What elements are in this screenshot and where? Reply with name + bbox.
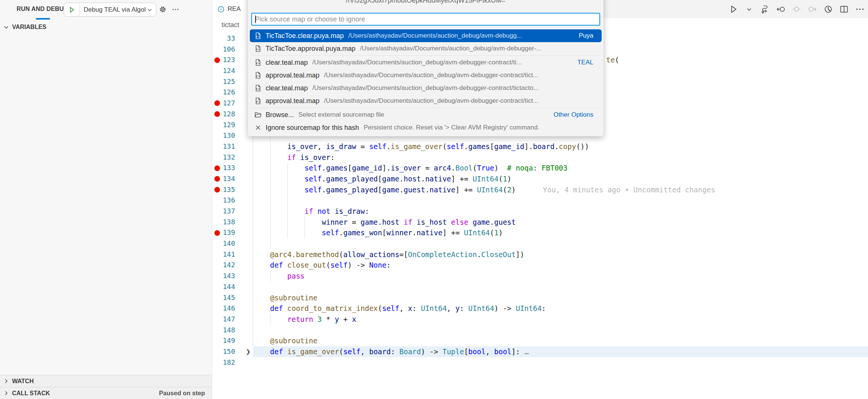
code-line-text[interactable]: @arc4.baremethod(allow_actions=[OnComple…: [253, 249, 868, 260]
code-line[interactable]: 182: [212, 357, 868, 368]
line-gutter[interactable]: 128: [212, 109, 253, 120]
code-line[interactable]: 144: [212, 282, 868, 292]
breakpoint-icon[interactable]: [214, 187, 220, 192]
line-gutter[interactable]: 148: [212, 325, 253, 336]
line-gutter[interactable]: 127: [212, 98, 253, 109]
variables-section-header[interactable]: VARIABLES: [0, 21, 212, 33]
quick-pick-item[interactable]: clear.teal.map/Users/asthayadav/Document…: [250, 82, 602, 94]
quick-pick-item[interactable]: TicTacToe.clear.puya.map/Users/asthayada…: [250, 29, 602, 42]
code-line-text[interactable]: return 3 * y + x: [253, 314, 868, 325]
code-line[interactable]: 145 @subroutine: [212, 292, 868, 303]
code-line[interactable]: 134 self.games_played[game.host.native] …: [212, 174, 868, 184]
code-line[interactable]: 139 self.games_won[winner.native] += UIn…: [212, 227, 868, 238]
breakpoint-icon[interactable]: [214, 230, 220, 236]
quick-pick-item[interactable]: Browse...Select external sourcemap fileO…: [250, 108, 602, 121]
line-gutter[interactable]: 150❯: [212, 346, 253, 357]
gear-icon[interactable]: [159, 5, 167, 14]
line-gutter[interactable]: 146: [212, 303, 253, 314]
line-gutter[interactable]: 134: [212, 174, 253, 184]
code-line-text[interactable]: @subroutine: [253, 335, 868, 346]
code-line-text[interactable]: def is_game_over(self, board: Board) -> …: [253, 346, 868, 357]
line-gutter[interactable]: 140: [212, 238, 253, 249]
quick-pick-item[interactable]: Ignore sourcemap for this hashPersistent…: [250, 121, 602, 134]
breakpoint-icon[interactable]: [214, 57, 220, 63]
quick-pick-item-badge[interactable]: Other Options: [549, 111, 597, 119]
code-line[interactable]: 133 self.games[game_id].is_over = arc4.B…: [212, 163, 868, 174]
code-line[interactable]: 138 winner = game.host if is_host else g…: [212, 217, 868, 228]
quick-pick-input[interactable]: [251, 13, 600, 26]
code-line-text[interactable]: [253, 282, 868, 292]
line-gutter[interactable]: 144: [212, 282, 253, 292]
line-gutter[interactable]: 138: [212, 217, 253, 228]
line-gutter[interactable]: 130: [212, 130, 253, 141]
fold-chevron-icon[interactable]: ❯: [246, 346, 251, 357]
code-line-text[interactable]: [253, 357, 868, 368]
split-editor-icon[interactable]: [839, 4, 849, 14]
call-stack-section-header[interactable]: CALL STACK Paused on step: [0, 387, 212, 399]
code-line-text[interactable]: self.games_played[game.host.native] += U…: [253, 174, 868, 184]
quick-pick-item[interactable]: clear.teal.map/Users/asthayadav/Document…: [250, 56, 602, 69]
quick-pick-item[interactable]: approval.teal.map/Users/asthayadav/Docum…: [250, 94, 602, 107]
line-gutter[interactable]: 106: [212, 44, 253, 55]
code-line-text[interactable]: is_over, is_draw = self.is_game_over(sel…: [253, 141, 868, 152]
code-line[interactable]: 132 if is_over:: [212, 152, 868, 163]
code-line[interactable]: 131 is_over, is_draw = self.is_game_over…: [212, 141, 868, 152]
code-line[interactable]: 141 @arc4.baremethod(allow_actions=[OnCo…: [212, 249, 868, 260]
watch-section-header[interactable]: WATCH: [0, 375, 212, 387]
code-line-text[interactable]: winner = game.host if is_host else game.…: [253, 217, 868, 228]
code-line-text[interactable]: [253, 325, 868, 336]
breakpoint-icon[interactable]: [214, 165, 220, 171]
code-line[interactable]: 142 def close_out(self) -> None:: [212, 260, 868, 271]
line-gutter[interactable]: 139: [212, 227, 253, 238]
code-line[interactable]: 146 def coord_to_matrix_index(self, x: U…: [212, 303, 868, 314]
line-gutter[interactable]: 129: [212, 120, 253, 131]
line-gutter[interactable]: 141: [212, 249, 253, 260]
line-gutter[interactable]: 131: [212, 141, 253, 152]
code-line[interactable]: 147 return 3 * y + x: [212, 314, 868, 325]
quick-pick-item-badge[interactable]: TEAL: [573, 59, 597, 66]
code-line-text[interactable]: self.games_won[winner.native] += UInt64(…: [253, 227, 868, 238]
code-line-text[interactable]: if not is_draw:: [253, 206, 868, 217]
quick-pick-item[interactable]: approval.teal.map/Users/asthayadav/Docum…: [250, 69, 602, 82]
more-actions-icon[interactable]: [855, 4, 865, 14]
line-gutter[interactable]: 136: [212, 195, 253, 206]
line-gutter[interactable]: 137: [212, 206, 253, 217]
code-line-text[interactable]: def coord_to_matrix_index(self, x: UInt6…: [253, 303, 868, 314]
code-line[interactable]: 137 if not is_draw:: [212, 206, 868, 217]
line-gutter[interactable]: 182: [212, 357, 253, 368]
line-gutter[interactable]: 33: [212, 33, 253, 44]
reverse-continue-icon[interactable]: [776, 4, 786, 14]
play-icon[interactable]: [728, 4, 738, 14]
quick-pick-item[interactable]: TicTacToe.approval.puya.map/Users/asthay…: [250, 42, 602, 55]
code-line-text[interactable]: self.games[game_id].is_over = arc4.Bool(…: [253, 163, 868, 174]
debug-start-icon[interactable]: [64, 3, 79, 16]
line-gutter[interactable]: 145: [212, 292, 253, 303]
breadcrumb-item[interactable]: tictact: [222, 21, 239, 29]
run-graph-icon[interactable]: [823, 4, 833, 14]
line-gutter[interactable]: 135: [212, 184, 253, 195]
line-gutter[interactable]: 123: [212, 55, 253, 65]
code-line[interactable]: 149 @subroutine: [212, 335, 868, 346]
code-line[interactable]: 150❯ def is_game_over(self, board: Board…: [212, 346, 868, 357]
breakpoint-icon[interactable]: [214, 111, 220, 117]
code-line[interactable]: 140: [212, 238, 868, 249]
code-line-text[interactable]: [253, 195, 868, 206]
breakpoint-icon[interactable]: [214, 176, 220, 182]
line-gutter[interactable]: 124: [212, 65, 253, 76]
code-line-text[interactable]: [253, 238, 868, 249]
line-gutter[interactable]: 133: [212, 163, 253, 174]
code-line-text[interactable]: self.games_played[game.guest.native] += …: [253, 184, 868, 195]
code-line[interactable]: 135 self.games_played[game.guest.native]…: [212, 184, 868, 195]
run-options-chevron-icon[interactable]: [744, 4, 754, 14]
more-icon[interactable]: [171, 5, 180, 14]
code-line-text[interactable]: pass: [253, 271, 868, 282]
line-gutter[interactable]: 149: [212, 335, 253, 346]
run-by-line-icon[interactable]: [760, 4, 770, 14]
line-gutter[interactable]: 142: [212, 260, 253, 271]
code-line-text[interactable]: @subroutine: [253, 292, 868, 303]
line-gutter[interactable]: 132: [212, 152, 253, 163]
code-line-text[interactable]: if is_over:: [253, 152, 868, 163]
line-gutter[interactable]: 143: [212, 271, 253, 282]
line-gutter[interactable]: 125: [212, 76, 253, 87]
code-line[interactable]: 136: [212, 195, 868, 206]
